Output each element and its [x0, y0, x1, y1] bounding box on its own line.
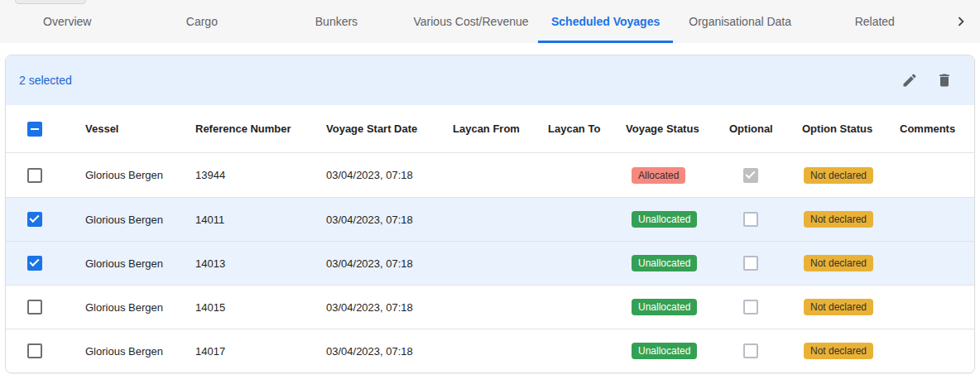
table-row[interactable]: Glorious Bergen 14011 03/04/2023, 07:18 … — [6, 197, 974, 241]
voyage-status-cell: Unallocated — [621, 299, 724, 315]
tab-bar: Overview Cargo Bunkers Various Cost/Reve… — [0, 0, 980, 43]
option-status-badge: Not declared — [804, 167, 873, 184]
row-checkbox-cell — [6, 343, 80, 358]
table-header-row: VesselReference NumberVoyage Start DateL… — [6, 105, 974, 153]
row-checkbox[interactable] — [27, 168, 42, 183]
trash-icon — [936, 72, 953, 89]
row-checkbox-cell — [6, 300, 80, 315]
delete-button[interactable] — [934, 70, 954, 90]
table-row[interactable]: Glorious Bergen 14015 03/04/2023, 07:18 … — [6, 285, 974, 329]
tab-label: Scheduled Voyages — [551, 15, 660, 28]
tab-bunkers[interactable]: Bunkers — [269, 0, 404, 43]
option-status-badge: Not declared — [804, 255, 873, 271]
selection-actions — [900, 70, 954, 90]
table-row[interactable]: Glorious Bergen 13944 03/04/2023, 07:18 … — [6, 153, 974, 197]
tab-organisational-data[interactable]: Organisational Data — [673, 0, 808, 43]
chevron-right-icon — [952, 12, 970, 31]
voyage-start-date-cell: 03/04/2023, 07:18 — [321, 169, 448, 181]
row-checkbox-cell — [6, 168, 80, 183]
selected-count-label: 2 selected — [19, 74, 72, 87]
voyage-status-badge: Unallocated — [632, 343, 697, 359]
table-row[interactable]: Glorious Bergen 14013 03/04/2023, 07:18 … — [6, 241, 974, 285]
tab-label: Organisational Data — [689, 15, 791, 28]
optional-checkbox[interactable] — [743, 168, 758, 183]
vessel-cell: Glorious Bergen — [80, 169, 190, 181]
column-header-reference-number: Reference Number — [190, 122, 321, 135]
column-header-vessel: Vessel — [80, 122, 190, 135]
tab-label: Cargo — [186, 15, 218, 28]
vessel-cell: Glorious Bergen — [80, 257, 190, 270]
voyage-status-cell: Unallocated — [621, 343, 724, 359]
reference-number-cell: 13944 — [190, 169, 321, 181]
row-checkbox[interactable] — [27, 256, 42, 271]
voyage-start-date-cell: 03/04/2023, 07:18 — [321, 301, 448, 314]
optional-cell — [724, 300, 797, 315]
reference-number-cell: 14017 — [190, 345, 321, 358]
column-header-option-status: Option Status — [797, 122, 895, 135]
row-checkbox-cell — [6, 256, 80, 271]
optional-checkbox[interactable] — [743, 300, 758, 315]
pencil-icon — [901, 72, 918, 89]
tab-label: Related — [855, 15, 895, 28]
option-status-badge: Not declared — [804, 343, 873, 359]
option-status-badge: Not declared — [804, 211, 873, 228]
voyage-status-cell: Unallocated — [621, 211, 724, 228]
optional-checkbox[interactable] — [743, 343, 758, 358]
voyage-start-date-cell: 03/04/2023, 07:18 — [321, 345, 448, 358]
option-status-cell: Not declared — [797, 211, 895, 228]
tab-bar-tabs: Overview Cargo Bunkers Various Cost/Reve… — [0, 0, 942, 43]
column-header-voyage-start-date: Voyage Start Date — [321, 122, 448, 135]
optional-checkbox[interactable] — [743, 256, 758, 271]
row-checkbox[interactable] — [27, 343, 42, 358]
column-header-optional: Optional — [724, 122, 797, 135]
tab-various-cost-revenue[interactable]: Various Cost/Revenue — [404, 0, 539, 43]
scheduled-voyages-panel: 2 selected VesselReference NumberVoyage … — [5, 55, 975, 373]
optional-cell — [724, 212, 797, 227]
tab-label: Various Cost/Revenue — [414, 15, 529, 28]
voyage-status-badge: Unallocated — [632, 255, 697, 271]
voyage-status-badge: Allocated — [632, 167, 685, 184]
table-row[interactable]: Glorious Bergen 14017 03/04/2023, 07:18 … — [6, 329, 974, 372]
table-body: Glorious Bergen 13944 03/04/2023, 07:18 … — [6, 153, 974, 372]
row-checkbox[interactable] — [27, 300, 42, 315]
selection-toolbar: 2 selected — [6, 55, 974, 105]
voyage-status-badge: Unallocated — [632, 211, 697, 228]
tab-label: Bunkers — [315, 15, 358, 28]
reference-number-cell: 14013 — [190, 257, 321, 270]
reference-number-cell: 14015 — [190, 301, 321, 314]
tab-overview[interactable]: Overview — [0, 0, 135, 43]
reference-number-cell: 14011 — [190, 214, 321, 226]
option-status-cell: Not declared — [797, 167, 895, 184]
tab-cargo[interactable]: Cargo — [135, 0, 270, 43]
vessel-cell: Glorious Bergen — [80, 301, 190, 314]
select-all-checkbox[interactable] — [27, 122, 42, 137]
column-header-laycan-from: Laycan From — [448, 122, 543, 135]
voyage-start-date-cell: 03/04/2023, 07:18 — [321, 214, 448, 226]
tab-overflow-button[interactable] — [942, 0, 980, 43]
row-checkbox-cell — [6, 212, 80, 227]
option-status-cell: Not declared — [797, 255, 895, 271]
optional-cell — [724, 256, 797, 271]
select-all-cell — [6, 122, 80, 137]
voyage-status-cell: Unallocated — [621, 255, 724, 271]
column-header-laycan-to: Laycan To — [543, 122, 621, 135]
option-status-cell: Not declared — [797, 299, 895, 315]
tab-related[interactable]: Related — [807, 0, 942, 43]
option-status-badge: Not declared — [804, 299, 873, 315]
tab-scheduled-voyages[interactable]: Scheduled Voyages — [538, 0, 673, 43]
voyage-start-date-cell: 03/04/2023, 07:18 — [321, 257, 448, 270]
edit-button[interactable] — [900, 70, 920, 90]
column-header-voyage-status: Voyage Status — [621, 122, 724, 135]
voyage-status-cell: Allocated — [621, 167, 724, 184]
option-status-cell: Not declared — [797, 343, 895, 359]
column-header-comments: Comments — [895, 122, 974, 135]
optional-cell — [724, 343, 797, 358]
vessel-cell: Glorious Bergen — [80, 214, 190, 226]
row-checkbox[interactable] — [27, 212, 42, 227]
tab-label: Overview — [43, 15, 91, 28]
vessel-cell: Glorious Bergen — [80, 345, 190, 358]
optional-checkbox[interactable] — [743, 212, 758, 227]
optional-cell — [724, 168, 797, 183]
voyage-status-badge: Unallocated — [632, 299, 697, 315]
